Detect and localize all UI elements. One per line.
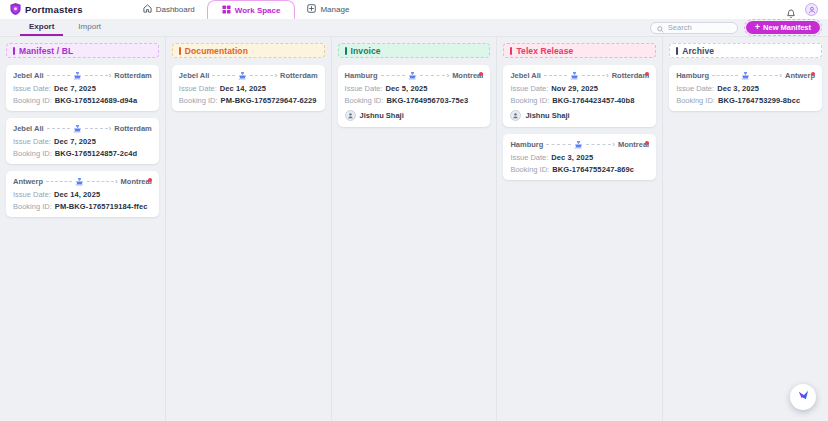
search-icon xyxy=(657,19,664,37)
issue-date-value: Dec 5, 2025 xyxy=(386,84,428,93)
assignee-avatar xyxy=(345,110,356,121)
booking-id-row: Booking ID: BKG-1764956703-75e3 xyxy=(345,96,484,105)
booking-card[interactable]: Jebel Ali › Rotterdam Issue Date: Dec 7,… xyxy=(6,65,159,111)
route-row: Jebel Ali › Rotterdam xyxy=(510,71,649,80)
route-row: Jebel Ali › Rotterdam xyxy=(179,71,318,80)
booking-id-value: BKG-1764753299-8bcc xyxy=(718,96,800,105)
booking-card[interactable]: Jebel Ali › Rotterdam Issue Date: Nov 29… xyxy=(503,65,656,127)
user-avatar[interactable] xyxy=(805,3,818,16)
column-header: Manifest / BL xyxy=(6,43,159,58)
nav-dashboard[interactable]: Dashboard xyxy=(131,0,207,19)
main-nav: Dashboard Work Space Manage xyxy=(131,0,362,19)
origin-city: Hamburg xyxy=(676,71,709,80)
new-manifest-button[interactable]: + New Manifest xyxy=(746,21,820,34)
booking-id-value: BKG-1764956703-75e3 xyxy=(386,96,468,105)
column-cards: Jebel Ali › Rotterdam Issue Date: Dec 7,… xyxy=(6,65,159,217)
nav-manage[interactable]: Manage xyxy=(295,0,361,19)
app-header: Portmasters Dashboard Work Space Manage xyxy=(0,0,828,19)
route-dash-line xyxy=(586,144,611,145)
booking-card[interactable]: Hamburg › Montreal Issue Date: Dec 5, 20… xyxy=(338,65,491,127)
booking-id-value: BKG-1764755247-869c xyxy=(552,165,634,174)
plus-icon: + xyxy=(755,23,760,32)
search-box xyxy=(650,22,738,34)
booking-id-value: BKG-1765124689-d94a xyxy=(55,96,137,105)
assignee-name: Jishnu Shaji xyxy=(360,111,404,120)
booking-id-value: PM-BKG-1765719184-ffec xyxy=(55,202,148,211)
notifications-bell-icon[interactable] xyxy=(786,5,796,15)
booking-card[interactable]: Antwerp › Montreal Issue Date: Dec 14, 2… xyxy=(6,171,159,217)
brand-shield-icon xyxy=(10,1,21,19)
issue-date-label: Issue Date: xyxy=(676,84,714,93)
booking-id-label: Booking ID: xyxy=(510,165,549,174)
column-cards: Jebel Ali › Rotterdam Issue Date: Nov 29… xyxy=(503,65,656,180)
booking-card[interactable]: Jebel Ali › Rotterdam Issue Date: Dec 14… xyxy=(172,65,325,111)
booking-card[interactable]: Hamburg › Montreal Issue Date: Dec 3, 20… xyxy=(503,134,656,180)
nav-workspace[interactable]: Work Space xyxy=(207,0,296,19)
brand[interactable]: Portmasters xyxy=(10,0,83,19)
issue-date-value: Dec 14, 2025 xyxy=(54,190,100,199)
origin-city: Jebel Ali xyxy=(510,71,541,80)
route-dash-line xyxy=(753,75,779,76)
ship-icon xyxy=(238,71,247,80)
ship-icon xyxy=(574,140,583,149)
route-dash-line xyxy=(87,181,113,182)
booking-card[interactable]: Jebel Ali › Rotterdam Issue Date: Dec 7,… xyxy=(6,118,159,164)
destination-city: Rotterdam xyxy=(612,71,650,80)
booking-card[interactable]: Hamburg › Antwerp Issue Date: Dec 3, 202… xyxy=(669,65,822,111)
alert-dot-icon xyxy=(811,72,815,76)
assignee-avatar xyxy=(510,110,521,121)
nav-label: Dashboard xyxy=(156,5,195,14)
tab-import[interactable]: Import xyxy=(69,19,110,36)
route-dash-line xyxy=(546,144,571,145)
issue-date-row: Issue Date: Dec 3, 2025 xyxy=(676,84,815,93)
issue-date-row: Issue Date: Dec 3, 2025 xyxy=(510,153,649,162)
issue-date-row: Issue Date: Dec 5, 2025 xyxy=(345,84,484,93)
booking-id-label: Booking ID: xyxy=(13,149,52,158)
booking-id-row: Booking ID: PM-BKG-1765729647-6229 xyxy=(179,96,318,105)
route-arrow-icon: › xyxy=(606,72,609,80)
destination-city: Rotterdam xyxy=(114,124,152,133)
column-header: Documentation xyxy=(172,43,325,58)
route-dash-line xyxy=(212,75,235,76)
tab-export[interactable]: Export xyxy=(20,19,63,36)
board-column: Invoice Hamburg › Montreal Issue Date: D… xyxy=(332,37,498,421)
booking-id-label: Booking ID: xyxy=(13,202,52,211)
column-cards: Hamburg › Antwerp Issue Date: Dec 3, 202… xyxy=(669,65,822,111)
issue-date-label: Issue Date: xyxy=(345,84,383,93)
issue-date-label: Issue Date: xyxy=(13,190,51,199)
destination-city: Rotterdam xyxy=(114,71,152,80)
route-dash-line xyxy=(47,75,70,76)
origin-city: Antwerp xyxy=(13,177,43,186)
search-input[interactable] xyxy=(668,23,731,32)
booking-id-label: Booking ID: xyxy=(345,96,384,105)
route-dash-line xyxy=(544,75,567,76)
assistant-fab[interactable] xyxy=(790,384,816,410)
issue-date-row: Issue Date: Dec 14, 2025 xyxy=(179,84,318,93)
route-arrow-icon: › xyxy=(779,72,782,80)
column-accent-bar xyxy=(345,47,347,55)
assignee-name: Jishnu Shaji xyxy=(525,111,569,120)
origin-city: Jebel Ali xyxy=(179,71,210,80)
issue-date-label: Issue Date: xyxy=(510,84,548,93)
route-arrow-icon: › xyxy=(446,72,449,80)
ship-icon xyxy=(741,71,750,80)
ship-icon xyxy=(75,177,84,186)
booking-id-value: BKG-1764423457-40b8 xyxy=(552,96,634,105)
ship-icon xyxy=(570,71,579,80)
booking-id-row: Booking ID: BKG-1765124857-2c4d xyxy=(13,149,152,158)
booking-id-row: Booking ID: BKG-1764423457-40b8 xyxy=(510,96,649,105)
route-dash-line xyxy=(582,75,605,76)
column-accent-bar xyxy=(676,47,678,55)
route-dash-line xyxy=(85,75,108,76)
route-dash-line xyxy=(47,128,70,129)
route-arrow-icon: › xyxy=(612,141,615,149)
booking-id-value: PM-BKG-1765729647-6229 xyxy=(221,96,317,105)
board-column: Archive Hamburg › Antwerp Issue Date: De… xyxy=(663,37,828,421)
assignee-row: Jishnu Shaji xyxy=(510,110,649,121)
assistant-logo-icon xyxy=(797,389,810,405)
kanban-board: Manifest / BL Jebel Ali › Rotterdam Issu… xyxy=(0,37,828,421)
booking-id-row: Booking ID: BKG-1764753299-8bcc xyxy=(676,96,815,105)
route-dash-line xyxy=(85,128,108,129)
issue-date-value: Nov 29, 2025 xyxy=(551,84,598,93)
route-dash-line xyxy=(250,75,273,76)
